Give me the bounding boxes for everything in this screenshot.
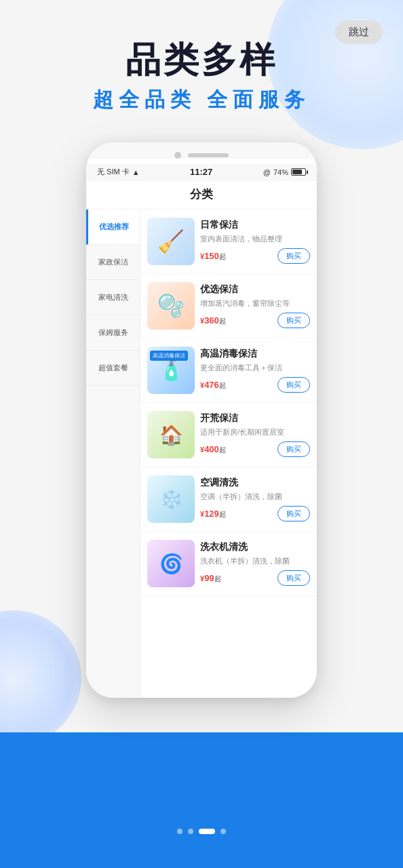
service-desc-daily: 室内表面清洁，物品整理 <box>200 234 310 244</box>
service-item-washing: 洗衣机清洗 洗衣机（半拆）清洗，除菌 ¥99起 购买 <box>140 532 317 596</box>
skip-button[interactable]: 跳过 <box>335 20 383 44</box>
dot-4[interactable] <box>220 829 226 834</box>
battery-fill <box>292 170 302 174</box>
service-name-disinfect: 高温消毒保洁 <box>200 348 310 360</box>
service-price-daily: ¥150起 <box>200 251 226 262</box>
service-desc-disinfect: 更全面的消毒工具＋保洁 <box>200 363 310 373</box>
battery-icon <box>291 168 306 176</box>
service-price-premium: ¥360起 <box>200 315 226 326</box>
wifi-icon: ▲ <box>132 168 140 176</box>
service-price-row-premium: ¥360起 购买 <box>200 313 310 328</box>
phone-container: 无 SIM 卡 ▲ 11:27 @ 74% 分类 优选推荐 家政保洁 家电清洗 <box>86 142 317 698</box>
service-item-premium: 优选保洁 增加蒸汽消毒，窗帘除尘等 ¥360起 购买 <box>140 274 317 338</box>
service-item-daily: 日常保洁 室内表面清洁，物品整理 ¥150起 购买 <box>140 210 317 274</box>
phone-speaker-icon <box>188 153 229 157</box>
service-info-renovation: 开荒保洁 适用于新房/长期闲置居室 ¥400起 购买 <box>200 412 310 457</box>
battery-percent: 74% <box>273 168 288 176</box>
phone-content: 优选推荐 家政保洁 家电清洗 保姆服务 超值套餐 日常保洁 室内表面清洁，物品整… <box>86 210 317 698</box>
service-info-daily: 日常保洁 室内表面清洁，物品整理 ¥150起 购买 <box>200 219 310 264</box>
bg-blob-bottom-left <box>0 610 81 746</box>
dot-1[interactable] <box>177 829 183 834</box>
main-title: 品类多样 <box>0 41 403 79</box>
service-desc-ac: 空调（半拆）清洗，除菌 <box>200 492 310 502</box>
service-image-daily <box>147 218 195 265</box>
service-price-row-washing: ¥99起 购买 <box>200 570 310 586</box>
sub-title: 超全品类 全面服务 <box>0 86 403 114</box>
service-price-washing: ¥99起 <box>200 573 221 584</box>
buy-button-washing[interactable]: 购买 <box>277 570 310 586</box>
service-info-disinfect: 高温消毒保洁 更全面的消毒工具＋保洁 ¥476起 购买 <box>200 348 310 393</box>
service-name-renovation: 开荒保洁 <box>200 412 310 425</box>
service-desc-washing: 洗衣机（半拆）清洗，除菌 <box>200 556 310 566</box>
status-right: @ 74% <box>263 168 306 176</box>
service-price-row-renovation: ¥400起 购买 <box>200 441 310 457</box>
service-price-row-disinfect: ¥476起 购买 <box>200 377 310 393</box>
sidebar-item-chaozhi[interactable]: 超值套餐 <box>86 351 140 386</box>
sidebar-item-jiadianjingxi[interactable]: 家电清洗 <box>86 280 140 315</box>
service-name-washing: 洗衣机清洗 <box>200 541 310 553</box>
service-price-disinfect: ¥476起 <box>200 380 226 391</box>
service-price-ac: ¥129起 <box>200 509 226 519</box>
carrier-label: 无 SIM 卡 <box>97 167 130 177</box>
page-title: 分类 <box>190 188 213 201</box>
service-name-premium: 优选保洁 <box>200 283 310 296</box>
buy-button-ac[interactable]: 购买 <box>277 506 310 521</box>
buy-button-disinfect[interactable]: 购买 <box>277 377 310 393</box>
service-info-premium: 优选保洁 增加蒸汽消毒，窗帘除尘等 ¥360起 购买 <box>200 283 310 328</box>
service-price-row-ac: ¥129起 购买 <box>200 506 310 521</box>
service-name-daily: 日常保洁 <box>200 219 310 231</box>
buy-button-daily[interactable]: 购买 <box>277 248 310 264</box>
bottom-area <box>0 732 403 868</box>
service-image-premium <box>147 282 195 330</box>
service-price-renovation: ¥400起 <box>200 444 226 455</box>
dot-2[interactable] <box>188 829 193 834</box>
service-desc-premium: 增加蒸汽消毒，窗帘除尘等 <box>200 298 310 309</box>
phone-notch <box>100 152 303 159</box>
status-time: 11:27 <box>190 167 212 177</box>
main-content: 日常保洁 室内表面清洁，物品整理 ¥150起 购买 优选保 <box>140 210 317 698</box>
status-left: 无 SIM 卡 ▲ <box>97 167 140 177</box>
buy-button-premium[interactable]: 购买 <box>277 313 310 328</box>
service-image-renovation <box>147 411 195 458</box>
service-image-washing <box>147 540 195 587</box>
service-info-washing: 洗衣机清洗 洗衣机（半拆）清洗，除菌 ¥99起 购买 <box>200 541 310 586</box>
service-price-row-daily: ¥150起 购买 <box>200 248 310 264</box>
sidebar-item-youxuan[interactable]: 优选推荐 <box>86 210 140 245</box>
dot-3-active[interactable] <box>199 829 215 834</box>
service-item-disinfect: 高温消毒保洁 高温消毒保洁 更全面的消毒工具＋保洁 ¥476起 购买 <box>140 338 317 403</box>
service-desc-renovation: 适用于新房/长期闲置居室 <box>200 427 310 437</box>
service-image-ac <box>147 475 195 523</box>
sidebar-item-jiazhenbaojie[interactable]: 家政保洁 <box>86 245 140 280</box>
service-image-disinfect: 高温消毒保洁 <box>147 347 195 394</box>
sidebar: 优选推荐 家政保洁 家电清洗 保姆服务 超值套餐 <box>86 210 140 698</box>
header-area: 品类多样 超全品类 全面服务 <box>0 41 403 114</box>
gps-icon: @ <box>263 168 271 176</box>
phone-top <box>86 142 317 159</box>
buy-button-renovation[interactable]: 购买 <box>277 441 310 457</box>
phone-camera-icon <box>174 152 181 159</box>
pagination-dots <box>177 829 226 834</box>
service-item-ac: 空调清洗 空调（半拆）清洗，除菌 ¥129起 购买 <box>140 467 317 532</box>
service-item-renovation: 开荒保洁 适用于新房/长期闲置居室 ¥400起 购买 <box>140 403 317 467</box>
phone-frame: 无 SIM 卡 ▲ 11:27 @ 74% 分类 优选推荐 家政保洁 家电清洗 <box>86 142 317 698</box>
service-info-ac: 空调清洗 空调（半拆）清洗，除菌 ¥129起 购买 <box>200 477 310 521</box>
page-title-bar: 分类 <box>86 181 317 210</box>
status-bar: 无 SIM 卡 ▲ 11:27 @ 74% <box>86 164 317 181</box>
sidebar-item-baomufuwu[interactable]: 保姆服务 <box>86 315 140 351</box>
service-name-ac: 空调清洗 <box>200 477 310 489</box>
disinfect-label: 高温消毒保洁 <box>150 351 188 361</box>
